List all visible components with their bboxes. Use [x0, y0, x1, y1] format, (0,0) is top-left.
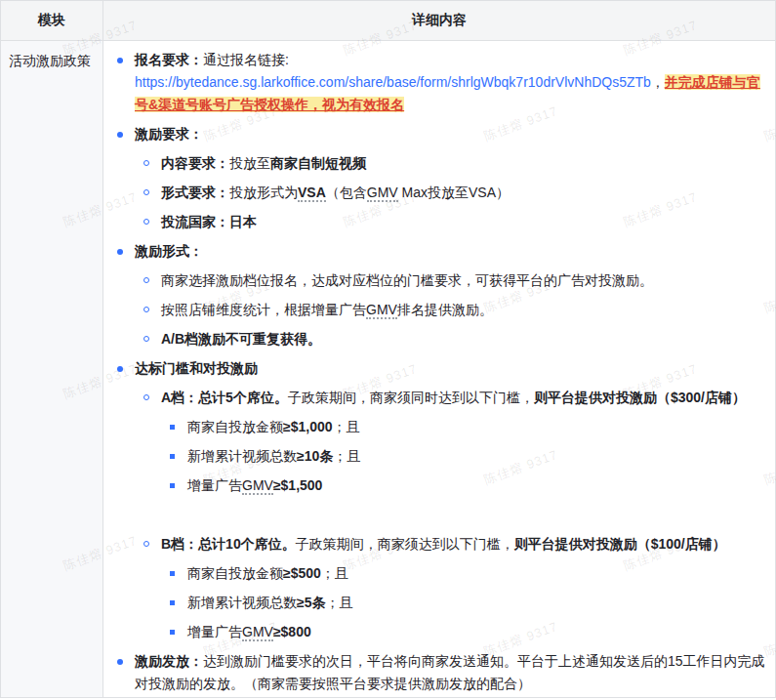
policy-table: 模块 详细内容 活动激励政策 报名要求：通过报名链接:https://byted… — [0, 0, 776, 698]
text-segment: 则平台提供对投激励（$300/店铺） — [534, 390, 746, 405]
bullet-icon — [169, 445, 187, 459]
text-segment: ≥$1,500 — [273, 477, 323, 493]
list-item-text: 增量广告GMV≥$800 — [187, 621, 769, 643]
text-segment: 商家自制短视频 — [270, 155, 366, 171]
text-segment: 激励发放： — [135, 653, 203, 669]
bullet-icon — [169, 474, 187, 488]
list-item-level3: 增量广告GMV≥$1,500 — [116, 474, 769, 497]
list-item-level2: A/B档激励不可重复获得。 — [116, 328, 769, 350]
text-segment: 商家自投放金额 — [187, 565, 283, 581]
text-segment: 增量广告 — [187, 624, 242, 639]
text-segment: ；且 — [325, 595, 352, 610]
text-segment: GMV — [242, 477, 273, 495]
text-segment: ≥10条 — [297, 448, 333, 464]
list-item-text: 内容要求：投放至商家自制短视频 — [161, 152, 769, 175]
list-item-level2: 商家选择激励档位报名，达成对应档位的门槛要求，可获得平台的广告对投激励。 — [116, 269, 769, 292]
list-item-level1: 激励要求： — [116, 123, 769, 145]
document-page: 模块 详细内容 活动激励政策 报名要求：通过报名链接:https://byted… — [0, 0, 776, 700]
list-item-text: A/B档激励不可重复获得。 — [161, 328, 769, 350]
bullet-icon — [143, 152, 161, 166]
list-item-level1: 报名要求：通过报名链接:https://bytedance.sg.larkoff… — [116, 49, 769, 116]
text-segment: 报名要求： — [135, 52, 203, 67]
text-segment: 投放形式为 — [229, 185, 298, 200]
text-segment: 子政策期间，商家须达到以下门槛， — [296, 536, 514, 552]
list-item-text: 报名要求：通过报名链接:https://bytedance.sg.larkoff… — [135, 49, 769, 116]
text-segment: 激励要求： — [135, 126, 203, 142]
list-item-text: 商家选择激励档位报名，达成对应档位的门槛要求，可获得平台的广告对投激励。 — [161, 269, 769, 292]
text-segment: 投流国家： — [161, 214, 229, 229]
text-segment: ≥$800 — [273, 624, 311, 639]
text-segment: ；且 — [321, 565, 348, 581]
text-segment: 按照店铺维度统计，根据增量广告 — [161, 302, 366, 317]
list-item-text: 投流国家：日本 — [161, 211, 769, 233]
text-segment: A/B档激励不可重复获得。 — [161, 331, 321, 347]
list-item-level3: 增量广告GMV≥$800 — [116, 621, 769, 643]
text-segment: 商家选择激励档位报名，达成对应档位的门槛要求，可获得平台的广告对投激励。 — [161, 272, 653, 288]
list-item-level3: 新增累计视频总数≥10条；且 — [116, 445, 769, 468]
text-segment: Max投放至VSA） — [398, 185, 510, 200]
text-segment: ≥$500 — [283, 565, 321, 581]
text-segment: 新增累计视频总数 — [187, 448, 297, 464]
list-item-level2: 投流国家：日本 — [116, 211, 769, 233]
list-item-text: 激励形式： — [135, 240, 769, 263]
text-segment: 形式要求： — [161, 185, 229, 200]
bullet-icon — [116, 240, 135, 255]
list-item-level3: 新增累计视频总数≥5条；且 — [116, 592, 769, 614]
text-segment: GMV — [366, 302, 397, 319]
text-segment: GMV — [367, 185, 398, 202]
text-segment: VSA — [298, 185, 326, 202]
list-item-text: 新增累计视频总数≥10条；且 — [187, 445, 769, 468]
bullet-icon — [143, 211, 161, 225]
text-segment: 子政策期间，商家须同时达到以下门槛， — [288, 390, 534, 405]
text-segment: ≥5条 — [297, 595, 325, 610]
list-item-text: B档：总计10个席位。子政策期间，商家须达到以下门槛，则平台提供对投激励（$10… — [161, 533, 769, 556]
bullet-icon — [116, 123, 135, 138]
text-segment: 内容要求： — [161, 155, 229, 171]
list-item-level1: 激励形式： — [116, 240, 769, 263]
header-cell-module: 模块 — [1, 1, 103, 40]
text-segment: （包含 — [326, 185, 367, 200]
list-item-level2: 内容要求：投放至商家自制短视频 — [116, 152, 769, 175]
text-segment: 激励形式： — [135, 243, 203, 259]
text-segment: B档：总计10个席位。 — [161, 536, 296, 552]
content-list: 报名要求：通过报名链接:https://bytedance.sg.larkoff… — [103, 41, 775, 697]
bullet-icon — [169, 621, 187, 635]
text-segment: GMV — [242, 624, 273, 641]
bullet-icon — [143, 269, 161, 283]
list-item-text: 新增累计视频总数≥5条；且 — [187, 592, 769, 614]
text-segment: 达到激励门槛要求的次日，平台将向商家发送通知。平台于上述通知发送后的15工作日内… — [135, 653, 765, 691]
text-segment: 商家自投放金额 — [187, 419, 283, 434]
list-item-level3: 商家自投放金额≥$1,000；且 — [116, 416, 769, 438]
bullet-icon — [143, 387, 161, 400]
list-item-text: 激励要求： — [135, 123, 769, 145]
bullet-icon — [143, 533, 161, 547]
bullet-icon — [116, 650, 135, 665]
list-item-level1: 达标门槛和对投激励 — [116, 357, 769, 380]
list-item-text: 激励发放：达到激励门槛要求的次日，平台将向商家发送通知。平台于上述通知发送后的1… — [135, 650, 769, 695]
module-name-cell: 活动激励政策 — [1, 41, 103, 697]
bullet-icon — [169, 416, 187, 430]
list-item-text: 商家自投放金额≥$1,000；且 — [187, 416, 769, 438]
bullet-icon — [169, 592, 187, 605]
text-segment: ；且 — [333, 419, 360, 434]
list-item-level2: 按照店铺维度统计，根据增量广告GMV排名提供激励。 — [116, 299, 769, 321]
blank-line — [116, 504, 769, 526]
bullet-icon — [116, 49, 135, 63]
list-item-text: 商家自投放金额≥$500；且 — [187, 562, 769, 585]
text-segment: ≥$1,000 — [283, 419, 333, 434]
text-segment: 则平台提供对投激励（$100/店铺） — [514, 536, 726, 552]
text-segment: 排名提供激励。 — [397, 302, 493, 317]
text-segment: 增量广告 — [187, 477, 242, 493]
list-item-level2: 形式要求：投放形式为VSA（包含GMV Max投放至VSA） — [116, 182, 769, 204]
bullet-icon — [116, 357, 135, 372]
text-segment: 新增累计视频总数 — [187, 595, 297, 610]
text-segment: 达标门槛和对投激励 — [135, 360, 258, 376]
bullet-icon — [143, 328, 161, 342]
text-segment: ， — [651, 74, 665, 90]
text-segment: ；且 — [333, 448, 360, 464]
list-item-text: 达标门槛和对投激励 — [135, 357, 769, 380]
table-header-row: 模块 详细内容 — [1, 1, 775, 41]
text-segment: A档：总计5个席位。 — [161, 390, 288, 405]
list-item-level3: 商家自投放金额≥$500；且 — [116, 562, 769, 585]
signup-form-link[interactable]: https://bytedance.sg.larkoffice.com/shar… — [135, 74, 651, 90]
